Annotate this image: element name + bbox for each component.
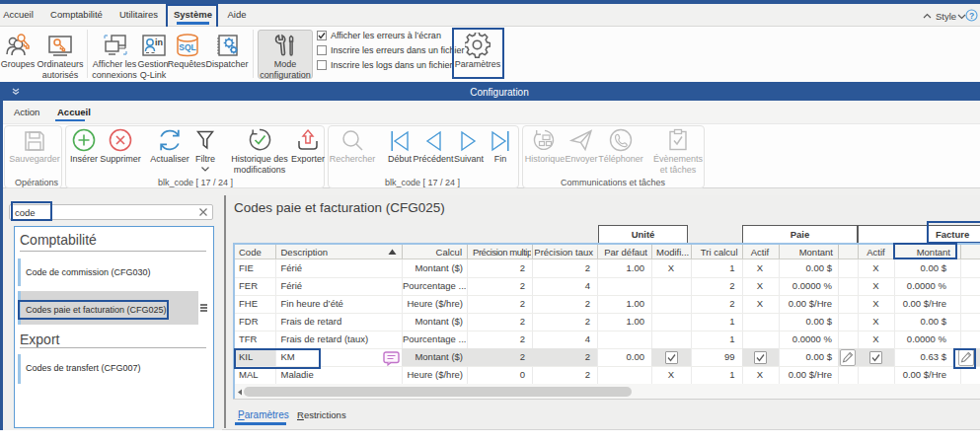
svg-text:SQL: SQL	[179, 42, 195, 52]
svg-text:?: ?	[969, 11, 974, 21]
svg-text:in: in	[155, 37, 163, 47]
